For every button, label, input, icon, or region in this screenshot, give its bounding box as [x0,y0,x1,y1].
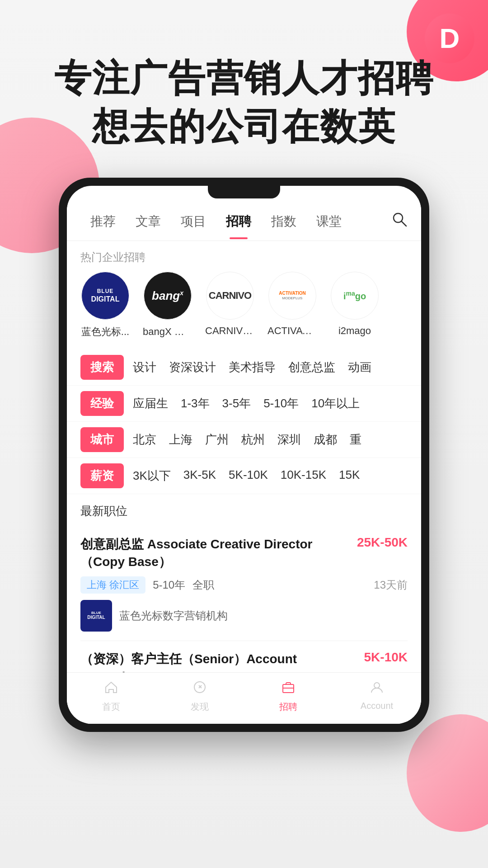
company-logo-activation: ACTIVATION MODEPLUS [268,272,316,320]
bottom-nav-jobs-label: 招聘 [279,701,297,713]
job-type-1: 全职 [192,578,214,592]
company-logo-i2mago: imago [331,272,379,320]
filter-badge-salary[interactable]: 薪资 [80,463,124,488]
job-card-1[interactable]: 创意副总监 Associate Creative Director（Copy B… [80,526,408,641]
filter-option-shenzhen[interactable]: 深圳 [277,432,301,448]
tab-project[interactable]: 项目 [171,213,216,239]
filter-option-15k[interactable]: 15K [339,468,360,484]
bottom-nav-account[interactable]: Account [333,680,421,713]
filter-option-3-5[interactable]: 3-5年 [222,396,251,411]
job-time-1: 13天前 [374,578,408,592]
filter-options-city: 北京 上海 广州 杭州 深圳 成都 重 [133,432,408,448]
filter-options-search: 设计 资深设计 美术指导 创意总监 动画 [133,359,408,375]
filter-option-fresh[interactable]: 应届生 [133,396,168,411]
filter-option-3k-5k[interactable]: 3K-5K [183,468,216,484]
company-name-bangx: bangX 上海 [143,325,192,339]
filter-option-chongqing[interactable]: 重 [350,432,361,448]
bottom-nav-home[interactable]: 首页 [67,680,155,713]
filter-option-5-10[interactable]: 5-10年 [263,396,299,411]
filter-badge-city[interactable]: 城市 [80,427,124,452]
jobs-icon [281,680,296,698]
nav-tabs: 推荐 文章 项目 招聘 指数 课堂 [67,198,421,241]
filter-option-guangzhou[interactable]: 广州 [205,432,229,448]
filter-options-salary: 3K以下 3K-5K 5K-10K 10K-15K 15K [133,468,408,484]
filter-option-animation[interactable]: 动画 [348,359,371,375]
bottom-nav-jobs[interactable]: 招聘 [244,680,333,713]
job-company-row-1: BLUE DIGITAL 蓝色光标数字营销机构 [80,600,408,632]
tab-recommend[interactable]: 推荐 [80,213,126,239]
svg-point-5 [374,683,380,688]
company-item-carnivo[interactable]: CARNIVO CARNIVO... [205,272,255,339]
svg-line-1 [402,222,406,226]
filter-option-10k-15k[interactable]: 10K-15K [281,468,326,484]
job-meta-1: 上海 徐汇区 5-10年 全职 13天前 [80,576,408,594]
company-logo-bangx: bangx [144,272,192,320]
filter-row-experience: 经验 应届生 1-3年 3-5年 5-10年 10年以上 [67,386,421,422]
phone-mockup: 推荐 文章 项目 招聘 指数 课堂 [59,178,429,732]
job-location-1: 上海 徐汇区 [80,576,145,594]
filter-option-chengdu[interactable]: 成都 [314,432,337,448]
filter-options-experience: 应届生 1-3年 3-5年 5-10年 10年以上 [133,396,408,411]
filter-badge-search[interactable]: 搜索 [80,355,124,380]
decor-circle-bottom-right [407,714,488,832]
job-title-1: 创意副总监 Associate Creative Director（Copy B… [80,535,357,571]
filter-option-shanghai[interactable]: 上海 [169,432,192,448]
companies-section-label: 热门企业招聘 [67,241,421,272]
tab-article[interactable]: 文章 [126,213,171,239]
discover-icon [192,680,207,698]
filter-option-senior-design[interactable]: 资深设计 [169,359,216,375]
tab-jobs[interactable]: 招聘 [216,213,261,239]
filter-option-3k-below[interactable]: 3K以下 [133,468,171,484]
company-name-i2mago: i2mago [338,325,371,337]
company-logo-carnivo: CARNIVO [206,272,254,320]
filter-option-10plus[interactable]: 10年以上 [311,396,360,411]
filter-row-search: 搜索 设计 资深设计 美术指导 创意总监 动画 [67,349,421,386]
filter-row-city: 城市 北京 上海 广州 杭州 深圳 成都 重 [67,422,421,458]
filter-badge-experience[interactable]: 经验 [80,391,124,416]
background: D 专注广告营销人才招聘 想去的公司在数英 推荐 文章 项目 招聘 指数 [0,0,488,868]
company-name-blue-digital: 蓝色光标... [81,325,129,339]
bottom-nav-discover[interactable]: 发现 [155,680,244,713]
company-item-bangx[interactable]: bangx bangX 上海 [143,272,192,339]
filter-option-hangzhou[interactable]: 杭州 [241,432,265,448]
companies-scroll: BLUE DIGITAL 蓝色光标... bangx bangX 上海 [67,272,421,349]
filter-option-art-director[interactable]: 美术指导 [229,359,276,375]
phone-content: 推荐 文章 项目 招聘 指数 课堂 [67,198,421,724]
phone-inner: 推荐 文章 项目 招聘 指数 课堂 [67,186,421,724]
job-salary-2: 5K-10K [364,650,408,665]
bottom-nav: 首页 发现 [67,672,421,724]
filter-option-design[interactable]: 设计 [133,359,156,375]
company-name-activation: ACTIVATIO... [267,325,317,337]
filter-option-1-3[interactable]: 1-3年 [181,396,210,411]
bottom-nav-home-label: 首页 [102,701,120,713]
bottom-nav-account-label: Account [361,701,393,711]
job-experience-1: 5-10年 [153,578,185,592]
filter-row-salary: 薪资 3K以下 3K-5K 5K-10K 10K-15K 15K [67,458,421,494]
company-name-carnivo: CARNIVO... [205,325,255,337]
bottom-nav-discover-label: 发现 [191,701,209,713]
phone-outer: 推荐 文章 项目 招聘 指数 课堂 [59,178,429,732]
hero-section: 专注广告营销人才招聘 想去的公司在数英 [0,0,488,151]
search-icon[interactable] [391,211,408,241]
filter-option-creative-director[interactable]: 创意总监 [288,359,335,375]
filter-option-beijing[interactable]: 北京 [133,432,156,448]
company-item-i2mago[interactable]: imago i2mago [330,272,380,339]
svg-point-0 [394,213,403,222]
job-company-name-1: 蓝色光标数字营销机构 [119,609,228,623]
phone-notch [208,186,280,198]
filter-option-5k-10k[interactable]: 5K-10K [229,468,268,484]
company-item-activation[interactable]: ACTIVATION MODEPLUS ACTIVATIO... [267,272,317,339]
company-logo-blue-digital: BLUE DIGITAL [81,272,129,320]
account-icon [370,680,384,698]
home-icon [104,680,118,698]
app-logo-letter: D [440,24,460,52]
job-title-row-1: 创意副总监 Associate Creative Director（Copy B… [80,535,408,571]
hero-title: 专注广告营销人才招聘 想去的公司在数英 [27,54,461,151]
job-salary-1: 25K-50K [357,535,408,550]
tab-course[interactable]: 课堂 [306,213,352,239]
company-item-blue-digital[interactable]: BLUE DIGITAL 蓝色光标... [80,272,130,339]
app-logo[interactable]: D [425,14,474,63]
job-company-logo-1: BLUE DIGITAL [80,600,112,632]
tab-index[interactable]: 指数 [261,213,306,239]
jobs-section-title: 最新职位 [80,503,408,519]
